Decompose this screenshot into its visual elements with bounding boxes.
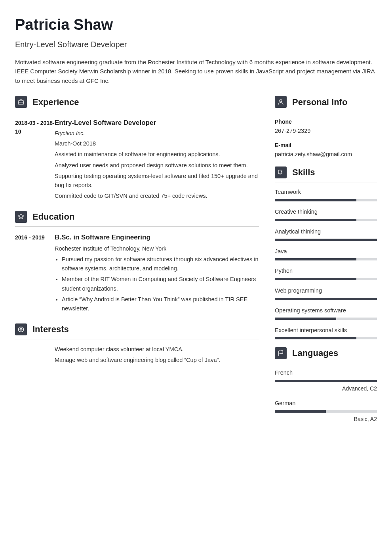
- job-line: Assisted in maintenance of software for …: [55, 150, 259, 159]
- entry-dates: 2016 - 2019: [15, 232, 55, 315]
- education-bullet: Member of the RIT Women in Computing and…: [62, 275, 259, 293]
- phone-value: 267-279-2329: [275, 127, 377, 136]
- skill-bar: [275, 199, 377, 201]
- degree-title: B.Sc. in Software Engineering: [55, 232, 259, 243]
- interest-line: Manage web and software engineering blog…: [55, 356, 259, 365]
- person-name: Patricia Shaw: [15, 13, 377, 36]
- experience-entry: 2018-03 - 2018-10Entry-Level Software De…: [15, 118, 259, 203]
- briefcase-icon: [15, 96, 27, 108]
- education-bullet: Pursued my passion for software structur…: [62, 255, 259, 273]
- skill-bar: [275, 298, 377, 300]
- company-name: Fryction Inc.: [55, 129, 259, 138]
- dribbble-icon: [15, 323, 27, 335]
- skill-item: Web programming: [275, 287, 377, 300]
- experience-title: Experience: [32, 96, 79, 109]
- skill-item: Operating systems software: [275, 306, 377, 320]
- interests-header: Interests: [15, 323, 259, 339]
- job-title: Entry-Level Software Developer: [55, 118, 259, 128]
- languages-title: Languages: [292, 346, 338, 360]
- svg-rect-0: [18, 101, 24, 104]
- skills-header: Skills: [275, 166, 377, 182]
- svg-point-2: [280, 100, 282, 102]
- skill-bar: [275, 239, 377, 241]
- skill-name: Python: [275, 267, 377, 276]
- skill-name: Web programming: [275, 287, 377, 295]
- job-line: Supporting testing operating systems-lev…: [55, 172, 259, 190]
- skill-name: Analytical thinking: [275, 228, 377, 236]
- school-name: Rochester Institute of Technology, New Y…: [55, 244, 259, 253]
- person-title: Entry-Level Software Developer: [15, 38, 377, 50]
- interests-title: Interests: [32, 323, 69, 336]
- interest-line: Weekend computer class volunteer at loca…: [55, 345, 259, 354]
- languages-header: Languages: [275, 346, 377, 363]
- skill-bar: [275, 219, 377, 221]
- flag-icon: [275, 347, 287, 359]
- skills-title: Skills: [292, 166, 315, 179]
- email-label: E-mail: [275, 141, 377, 149]
- person-icon: [275, 96, 287, 108]
- education-bullet: Article “Why Android is Better Than You …: [62, 295, 259, 313]
- experience-header: Experience: [15, 96, 259, 112]
- entry-dates: 2018-03 - 2018-10: [15, 118, 55, 203]
- language-bar: [275, 380, 377, 382]
- summary-text: Motivated software engineering graduate …: [15, 57, 377, 85]
- language-name: German: [275, 399, 377, 408]
- language-item: FrenchAdvanced, C2: [275, 369, 377, 393]
- graduation-cap-icon: [15, 211, 27, 223]
- education-entry: 2016 - 2019B.Sc. in Software Engineering…: [15, 232, 259, 315]
- skill-item: Creative thinking: [275, 208, 377, 221]
- skill-name: Operating systems software: [275, 306, 377, 315]
- language-item: GermanBasic, A2: [275, 399, 377, 423]
- job-line: Committed code to GIT/SVN and created 75…: [55, 191, 259, 201]
- language-level: Basic, A2: [275, 415, 377, 423]
- job-line: Analyzed user needs and proposed design …: [55, 161, 259, 170]
- puzzle-icon: [275, 166, 287, 178]
- skill-item: Teamwork: [275, 188, 377, 201]
- skill-bar: [275, 337, 377, 339]
- skill-bar: [275, 278, 377, 280]
- personal-info-header: Personal Info: [275, 96, 377, 112]
- skill-item: Excellent interpersonal skills: [275, 326, 377, 340]
- language-name: French: [275, 369, 377, 377]
- skill-name: Excellent interpersonal skills: [275, 326, 377, 335]
- skill-name: Creative thinking: [275, 208, 377, 216]
- skill-item: Java: [275, 247, 377, 261]
- education-title: Education: [32, 210, 74, 223]
- education-header: Education: [15, 210, 259, 227]
- skill-item: Analytical thinking: [275, 228, 377, 241]
- personal-info-title: Personal Info: [292, 96, 347, 109]
- email-value: patricia.zety.shaw@gmail.com: [275, 150, 377, 159]
- skill-item: Python: [275, 267, 377, 280]
- skill-name: Java: [275, 247, 377, 256]
- skill-bar: [275, 318, 377, 320]
- skill-name: Teamwork: [275, 188, 377, 197]
- skill-bar: [275, 258, 377, 260]
- phone-label: Phone: [275, 118, 377, 126]
- job-period: March-Oct 2018: [55, 139, 259, 148]
- language-level: Advanced, C2: [275, 385, 377, 393]
- language-bar: [275, 410, 377, 413]
